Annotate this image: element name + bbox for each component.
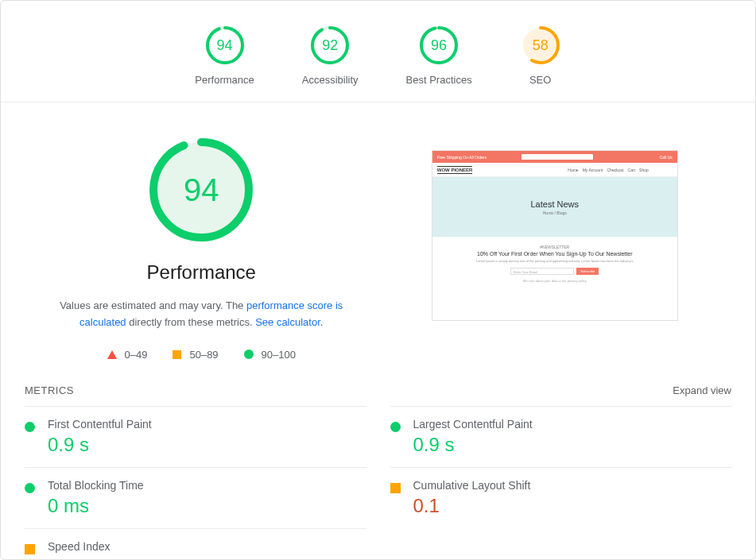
square-icon	[173, 350, 181, 359]
pass-circle-icon	[25, 422, 35, 432]
preview-nav: WOW PIONEER Home My Account Checkout Car…	[432, 163, 677, 177]
main-gauge-icon: 94	[145, 134, 257, 245]
gauge-score: 92	[322, 37, 338, 54]
summary-gauges-row: 94 Performance 92 Accessibility 96	[1, 1, 755, 102]
metric-value: 0.1	[413, 495, 732, 517]
preview-nav-item: Shop	[639, 168, 649, 172]
metric-label: Cumulative Layout Shift	[413, 479, 732, 492]
screenshot-preview: Free Shipping On All Orders Call Us WOW …	[432, 150, 678, 321]
preview-search-box	[521, 154, 593, 160]
metric-fcp: First Contentful Paint 0.9 s	[25, 406, 366, 467]
main-gauge-score: 94	[184, 172, 219, 208]
gauge-performance[interactable]: 94 Performance	[195, 25, 254, 86]
metrics-header: METRICS Expand view	[1, 361, 755, 406]
metric-tbt: Total Blocking Time 0 ms	[25, 467, 366, 528]
metric-label: Total Blocking Time	[48, 479, 366, 492]
preview-topbar-right: Call Us	[660, 155, 673, 160]
pass-circle-icon	[390, 422, 401, 432]
preview-input: Enter Your Email	[510, 268, 574, 275]
performance-section: 94 Performance Values are estimated and …	[25, 134, 378, 361]
circle-icon	[244, 350, 254, 359]
preview-logo: WOW PIONEER	[437, 166, 473, 174]
calculator-link[interactable]: See calculator	[255, 316, 320, 328]
pass-circle-icon	[25, 483, 35, 493]
gauge-label: Performance	[195, 74, 254, 86]
gauge-seo[interactable]: 58 SEO	[520, 25, 561, 86]
preview-nav-item: Cart	[628, 168, 635, 172]
metric-value: 0.9 s	[413, 434, 732, 456]
gauge-circle-icon: 96	[418, 25, 459, 66]
triangle-icon	[107, 350, 117, 359]
metrics-grid: First Contentful Paint 0.9 s Largest Con…	[1, 406, 755, 560]
preview-newsletter-label: #NEWSLETTER	[456, 245, 653, 249]
preview-newsletter: #NEWSLETTER 10% Off Your First Order Whe…	[432, 237, 677, 291]
gauge-label: Best Practices	[406, 74, 472, 86]
preview-nav-items: Home My Account Checkout Cart Shop	[568, 168, 648, 172]
expand-view-button[interactable]: Expand view	[673, 384, 731, 396]
legend-pass-label: 90–100	[262, 349, 296, 361]
desc-post: .	[320, 316, 324, 328]
metric-value: 0 ms	[48, 495, 366, 517]
preview-newsletter-form: Enter Your Email Subscribe	[456, 268, 653, 275]
legend-fail-label: 0–49	[125, 349, 148, 361]
preview-hero-title: Latest News	[530, 199, 579, 209]
preview-nav-item: My Account	[583, 168, 603, 172]
gauge-accessibility[interactable]: 92 Accessibility	[302, 25, 359, 86]
main-content: 94 Performance Values are estimated and …	[1, 102, 755, 361]
metric-cls: Cumulative Layout Shift 0.1	[390, 467, 732, 528]
preview-nav-item: Home	[568, 168, 578, 172]
average-square-icon	[25, 544, 35, 554]
legend-average-label: 50–89	[189, 349, 218, 361]
metric-value: 1.4 s	[48, 556, 366, 560]
preview-newsletter-title: 10% Off Your First Order When You Sign-U…	[456, 251, 653, 257]
legend-average: 50–89	[173, 349, 218, 361]
metric-value: 0.9 s	[48, 434, 366, 456]
gauge-score: 58	[533, 37, 549, 54]
preview-newsletter-footer: We care about your data in our privacy p…	[456, 279, 653, 283]
metrics-title: METRICS	[25, 384, 74, 396]
metric-label: First Contentful Paint	[48, 418, 366, 431]
gauge-score: 96	[431, 37, 447, 54]
desc-pre: Values are estimated and may vary. The	[60, 299, 246, 311]
score-legend: 0–49 50–89 90–100	[107, 349, 296, 361]
preview-nav-item: Checkout	[607, 168, 623, 172]
lighthouse-report: 94 Performance 92 Accessibility 96	[0, 0, 756, 560]
average-square-icon	[390, 483, 401, 493]
preview-hero: Latest News Home / Blogs	[432, 177, 677, 237]
gauge-label: SEO	[529, 74, 551, 86]
metric-label: Speed Index	[48, 540, 366, 553]
desc-mid: directly from these metrics.	[126, 316, 256, 328]
legend-fail: 0–49	[107, 349, 148, 361]
main-gauge-title: Performance	[147, 261, 256, 284]
gauge-best-practices[interactable]: 96 Best Practices	[406, 25, 472, 86]
preview-topbar: Free Shipping On All Orders Call Us	[432, 151, 677, 163]
preview-topbar-left: Free Shipping On All Orders	[437, 155, 487, 160]
preview-newsletter-desc: Lorem Ipsum is simply dummy text of the …	[456, 259, 653, 263]
gauge-circle-icon: 94	[204, 25, 246, 66]
screenshot-preview-section: Free Shipping On All Orders Call Us WOW …	[378, 134, 732, 361]
preview-subscribe-btn: Subscribe	[576, 268, 599, 275]
gauge-label: Accessibility	[302, 74, 359, 86]
gauge-circle-icon: 58	[520, 25, 561, 66]
legend-pass: 90–100	[244, 349, 296, 361]
gauge-description: Values are estimated and may vary. The p…	[50, 298, 352, 331]
metric-label: Largest Contentful Paint	[413, 418, 732, 431]
preview-hero-sub: Home / Blogs	[543, 210, 567, 215]
metric-si: Speed Index 1.4 s	[25, 528, 366, 560]
gauge-circle-icon: 92	[309, 25, 351, 66]
gauge-score: 94	[217, 37, 233, 54]
metric-lcp: Largest Contentful Paint 0.9 s	[390, 406, 732, 467]
